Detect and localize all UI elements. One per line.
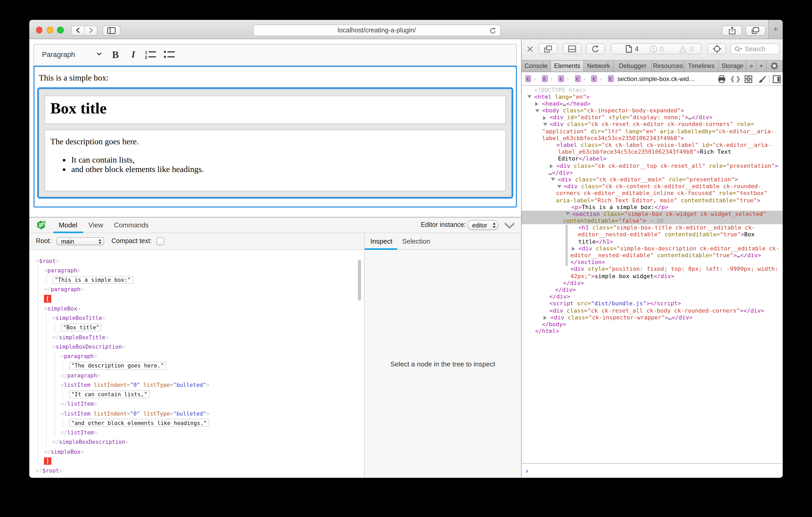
printer-icon[interactable] (718, 75, 725, 83)
dom-tree-row[interactable]: <html lang="en"> (522, 93, 783, 100)
dom-tree-row[interactable]: </div> (522, 286, 783, 293)
element-picker-button[interactable] (707, 43, 726, 54)
devtools-tab-resources[interactable]: Resources (652, 60, 684, 71)
dom-tree-row[interactable]: </html> (522, 328, 783, 335)
reload-icon[interactable] (489, 27, 496, 34)
inspector-tab-view[interactable]: View (85, 217, 106, 232)
dom-tree-row[interactable]: <head>…</head> (522, 100, 783, 107)
model-tree-row[interactable]: </simpleBoxTitle> (29, 332, 364, 342)
detach-inspector-button[interactable] (539, 43, 558, 54)
model-tree-scrollbar[interactable] (357, 260, 361, 301)
bold-button[interactable]: B (112, 45, 119, 65)
editor-editable[interactable]: This is a simple box: Box title The desc… (34, 66, 517, 207)
devtools-tab-timelines[interactable]: Timelines (685, 60, 719, 71)
model-tree-row[interactable]: "Box title" (29, 323, 364, 332)
inspector-collapse-chevron-icon[interactable] (504, 222, 515, 229)
model-text-node[interactable]: "It can contain lists," (69, 390, 150, 398)
dom-tree-row[interactable]: <h1 class="simple-box-title ck-editor__e… (522, 224, 783, 231)
dom-tree-row[interactable]: <div class="ck ck-reset ck-editor ck-rou… (522, 121, 783, 128)
close-inspector-button[interactable] (526, 43, 533, 54)
dom-tree-row[interactable]: label_e63cbbfece34c53ce23501062343f49b8"… (522, 135, 783, 142)
dom-tree-row[interactable]: <div class="ck ck-editor__top ck-reset_a… (522, 162, 783, 169)
model-tree-row[interactable]: [ (29, 294, 364, 304)
dom-tree-row[interactable]: <div class="ck ck-content ck-editor__edi… (522, 183, 783, 190)
reload-page-button[interactable] (586, 43, 605, 54)
collapse-triangle-icon[interactable] (557, 185, 561, 188)
expand-triangle-icon[interactable] (544, 316, 547, 320)
model-tree-row[interactable]: ] (29, 456, 364, 466)
model-tree-row[interactable]: </listItem> (29, 399, 364, 409)
breadcrumb-element-badge[interactable]: E (542, 75, 548, 82)
heading-dropdown[interactable]: Paragraph (42, 45, 75, 65)
layout-grid-icon[interactable] (745, 75, 752, 83)
forward-button[interactable] (84, 26, 97, 35)
dom-tree-row[interactable]: <div class="simple-box-description ck-ed… (522, 245, 783, 252)
dom-tree-row[interactable]: </div> (522, 293, 783, 300)
breadcrumb-element-badge[interactable]: E (558, 75, 564, 82)
dom-tree-row[interactable]: </body> (522, 321, 783, 328)
collapse-triangle-icon[interactable] (551, 178, 555, 181)
model-tree-row[interactable]: "This is a simple box:" (29, 275, 364, 285)
dom-tree-row[interactable]: aria-label="Rich Text Editor, main" cont… (522, 197, 783, 204)
bulleted-list-button[interactable] (164, 45, 175, 65)
dom-tree-row[interactable]: </section> (522, 259, 783, 266)
dom-tree-row[interactable]: <body class="ck-inspector-body-expanded"… (522, 107, 783, 114)
numbered-list-button[interactable]: 1 2 (145, 45, 157, 65)
simple-box-widget[interactable]: Box title The description goes here. It … (39, 89, 512, 197)
expand-triangle-icon[interactable] (572, 247, 575, 251)
dom-tree-row[interactable]: title</h1> (522, 238, 783, 245)
model-tree-row[interactable]: <listItem listIndent="0" listType="bulle… (29, 380, 364, 390)
model-tree-row[interactable]: "The description goes here." (29, 361, 364, 371)
devtools-tab-debugger[interactable]: Debugger (614, 60, 652, 71)
model-text-node[interactable]: "and other block elements like headings.… (69, 419, 209, 427)
heading-dropdown-chevron-icon[interactable] (96, 52, 102, 56)
expand-triangle-icon[interactable] (550, 164, 553, 168)
sidebar-button[interactable] (103, 25, 120, 35)
italic-button[interactable]: I (132, 45, 135, 65)
dom-tree-row[interactable]: editor__nested-editable" contenteditable… (522, 231, 783, 238)
collapse-triangle-icon[interactable] (543, 123, 547, 126)
dom-tree-row[interactable]: <div style="position: fixed; top: 0px; l… (522, 266, 783, 273)
dom-tree-row[interactable]: <p>This is a simple box:</p> (522, 204, 783, 210)
dom-tree-row[interactable]: <div id="editor" style="display: none;">… (522, 114, 783, 121)
tab-overview-button[interactable] (745, 25, 765, 35)
close-window-button[interactable] (36, 27, 42, 33)
simple-box-description[interactable]: The description goes here. It can contai… (45, 130, 506, 191)
model-tree-row[interactable]: </simpleBox> (29, 447, 364, 456)
side-tab-selection[interactable]: Selection (400, 233, 433, 249)
breadcrumb-element-badge[interactable]: E (575, 75, 580, 82)
model-tree-row[interactable]: <simpleBoxTitle> (29, 313, 364, 323)
model-text-node[interactable]: "The description goes here." (69, 362, 166, 370)
model-tree-row[interactable]: "It can contain lists," (29, 390, 364, 399)
devtools-tab-network[interactable]: Network (584, 60, 614, 71)
model-tree-row[interactable]: "and other block elements like headings.… (29, 418, 364, 428)
code-brackets-icon[interactable] (731, 75, 740, 83)
model-tree-row[interactable]: </listItem> (29, 428, 364, 437)
dom-tree-row[interactable]: <section class="simple-box ck-widget ck-… (522, 211, 783, 217)
dom-tree-row[interactable]: label_e63cbbfece34c53ce23501062343f49b8"… (522, 149, 783, 155)
zoom-window-button[interactable] (57, 27, 64, 33)
breadcrumb-element-badge[interactable]: E (525, 75, 531, 82)
dom-tree-row[interactable]: <div class="ck ck-reset_all ck-body ck-r… (522, 307, 783, 314)
devtools-tab-console[interactable]: Console (522, 60, 551, 71)
back-button[interactable] (72, 26, 84, 35)
collapse-triangle-icon[interactable] (565, 213, 570, 216)
url-field[interactable]: localhost/creating-a-plugin/ (253, 24, 500, 36)
dom-tree-row[interactable]: <div class="ck ck-editor__main" role="pr… (522, 176, 783, 183)
description-list-item[interactable]: It can contain lists, (71, 155, 500, 165)
devtools-tab-gear[interactable] (767, 60, 783, 71)
dom-tree-row[interactable]: <script src="dist/bundle.js"></script> (522, 300, 783, 307)
dom-tree-row[interactable]: contenteditable="false"> = $0 (522, 217, 783, 224)
model-tree-row[interactable]: <listItem listIndent="0" listType="bulle… (29, 408, 364, 418)
share-button[interactable] (722, 25, 742, 35)
dom-tree-row[interactable]: "application" dir="ltr" lang="en" aria-l… (522, 128, 783, 134)
dom-tree-row[interactable]: <!DOCTYPE html> (522, 87, 783, 93)
description-paragraph[interactable]: The description goes here. (51, 137, 500, 147)
model-tree-row[interactable]: <$root> (29, 256, 364, 266)
expand-triangle-icon[interactable] (543, 116, 546, 120)
panel-right-icon[interactable] (773, 75, 780, 83)
breadcrumb-selected[interactable]: section.simple-box.ck-wid… (617, 72, 695, 86)
editor-instance-select[interactable]: editor (467, 220, 499, 230)
model-tree-row[interactable]: <paragraph> (29, 351, 364, 361)
description-list-item[interactable]: and other block elements like headings. (71, 165, 500, 174)
